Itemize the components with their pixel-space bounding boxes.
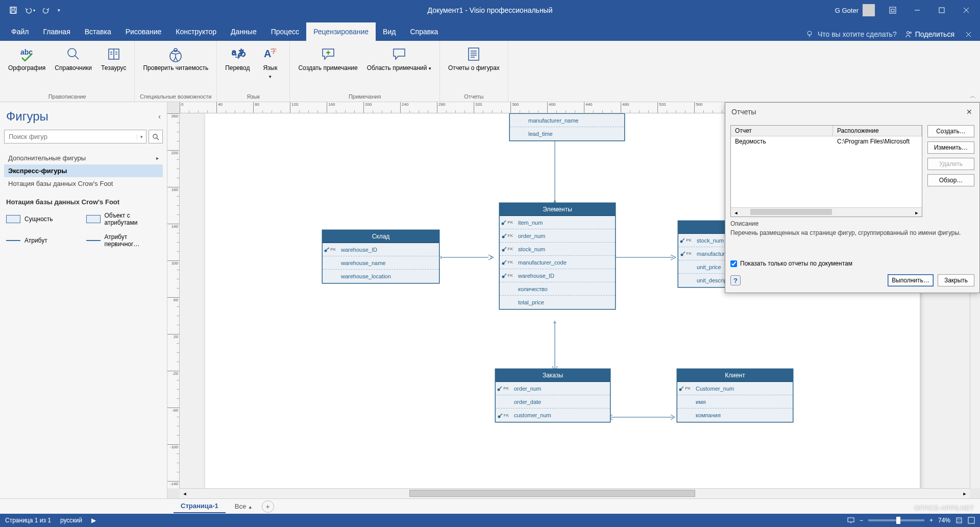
minimize-button[interactable]	[905, 0, 929, 20]
collapse-panel-icon[interactable]: ‹	[158, 112, 161, 121]
horizontal-scrollbar[interactable]: ◄►	[180, 488, 970, 498]
share-button[interactable]: Поделиться	[904, 30, 954, 38]
entity-orders[interactable]: Заказы PKorder_num order_date FKcustomer…	[495, 369, 610, 422]
svg-point-53	[502, 276, 504, 278]
macro-icon[interactable]: ▶	[91, 517, 96, 524]
entity-client[interactable]: Клиент PKCustomer_num имя компания	[677, 369, 793, 422]
svg-point-59	[498, 389, 500, 391]
lang-status[interactable]: русский	[60, 517, 82, 524]
group-label: Специальные возможности	[140, 92, 211, 101]
col-location[interactable]: Расположение	[833, 126, 922, 136]
docs-only-checkbox[interactable]: Показать только отчеты по документам	[730, 260, 974, 267]
dialog-title: Отчеты	[731, 108, 756, 116]
stencil-entity-attrs[interactable]: Объект с атрибутами	[84, 209, 163, 229]
svg-text:あ: あ	[238, 48, 246, 57]
shape-reports-button[interactable]: Отчеты о фигурах	[444, 43, 504, 92]
stencil-entity[interactable]: Сущность	[4, 209, 83, 229]
tab-file[interactable]: Файл	[4, 22, 36, 41]
shapes-search-input[interactable]	[5, 130, 137, 143]
references-button[interactable]: Справочники	[51, 43, 96, 92]
close-dialog-button[interactable]: Закрыть	[938, 274, 974, 286]
zoom-level[interactable]: 74%	[938, 517, 950, 524]
group-label: Примечания	[349, 92, 381, 101]
tab-draw[interactable]: Рисование	[118, 22, 169, 41]
page-tab-1[interactable]: Страница-1	[174, 499, 226, 513]
thesaurus-button[interactable]: Тезаурус	[97, 43, 130, 92]
svg-line-46	[504, 221, 506, 223]
svg-point-34	[153, 134, 157, 138]
new-comment-button[interactable]: Создать примечание	[294, 43, 361, 92]
entity-warehouse[interactable]: Склад PKwarehouse_ID warehouse_name ware…	[322, 230, 439, 283]
presentation-icon[interactable]	[847, 517, 854, 524]
comment-pane-button[interactable]: Область примечаний ▾	[363, 43, 435, 92]
svg-rect-68	[968, 517, 974, 523]
reports-list[interactable]: Отчет Расположение Ведомость C:\Program …	[730, 125, 922, 217]
edit-report-button[interactable]: Изменить…	[927, 141, 974, 154]
undo-button[interactable]: ▾	[22, 3, 37, 17]
tab-review[interactable]: Рецензирование	[306, 22, 376, 41]
svg-rect-3	[890, 7, 896, 13]
full-screen-icon[interactable]	[968, 517, 975, 524]
translate-button[interactable]: aあПеревод	[221, 43, 254, 92]
search-button[interactable]	[149, 130, 163, 143]
reports-dialog: Отчеты✕ Отчет Расположение Ведомость C:\…	[725, 102, 980, 293]
qat-customize[interactable]: ▾	[55, 3, 62, 17]
col-report[interactable]: Отчет	[731, 126, 833, 136]
tell-me-search[interactable]: Что вы хотите сделать?	[805, 30, 897, 38]
stencil-attr[interactable]: Атрибут	[4, 230, 83, 251]
entity-elements[interactable]: Элементы PKitem_num FKorder_num FKstock_…	[499, 203, 616, 309]
create-report-button[interactable]: Создать…	[927, 125, 974, 137]
ribbon-options-icon[interactable]	[881, 0, 904, 20]
run-button[interactable]: Выполнить…	[888, 274, 934, 286]
maximize-button[interactable]	[930, 0, 953, 20]
group-label: Отчеты	[464, 92, 483, 101]
save-button[interactable]	[6, 3, 20, 17]
page-tab-all[interactable]: Все ▲	[230, 500, 258, 513]
add-page-button[interactable]: +	[262, 500, 274, 513]
tab-view[interactable]: Вид	[376, 22, 403, 41]
tab-insert[interactable]: Вставка	[78, 22, 118, 41]
svg-line-56	[682, 238, 684, 241]
redo-button[interactable]	[39, 3, 53, 17]
entity-manufacturer[interactable]: manufacturer_name lead_time	[509, 113, 625, 141]
desc-label: Описание	[730, 220, 974, 227]
more-shapes-item[interactable]: Дополнительные фигуры▸	[4, 152, 163, 164]
quick-shapes-item[interactable]: Экспресс-фигуры	[4, 164, 163, 177]
tab-process[interactable]: Процесс	[264, 22, 306, 41]
group-label: Язык	[247, 92, 260, 101]
accessibility-button[interactable]: Проверить читаемость	[139, 43, 212, 92]
svg-line-54	[504, 274, 506, 276]
browse-report-button[interactable]: Обзор…	[927, 174, 974, 186]
stencil-pkattr[interactable]: Атрибут первичног…	[84, 230, 163, 251]
search-dropdown-icon[interactable]: ▾	[137, 134, 146, 139]
tab-home[interactable]: Главная	[36, 22, 77, 41]
zoom-slider[interactable]	[868, 519, 924, 521]
svg-line-64	[681, 387, 683, 389]
tab-help[interactable]: Справка	[403, 22, 445, 41]
tab-data[interactable]: Данные	[224, 22, 264, 41]
tab-design[interactable]: Конструктор	[168, 22, 224, 41]
report-row[interactable]: Ведомость C:\Program Files\Microsoft	[731, 136, 922, 147]
collapse-ribbon-icon[interactable]: ︿	[970, 92, 976, 101]
crowsfoot-category-item[interactable]: Нотация базы данных Crow's Foot	[4, 177, 163, 190]
close-share-icon[interactable]	[962, 28, 975, 41]
language-button[interactable]: A字Язык▾	[255, 43, 285, 92]
svg-text:a: a	[232, 48, 236, 57]
svg-point-49	[502, 249, 504, 252]
svg-line-48	[504, 234, 506, 236]
ribbon: abcОрфография Справочники Тезаурус Право…	[0, 41, 980, 102]
svg-line-50	[504, 247, 506, 249]
help-icon[interactable]: ?	[730, 275, 741, 285]
zoom-out-icon[interactable]: −	[860, 517, 863, 524]
page-status: Страница 1 из 1	[5, 517, 51, 524]
delete-report-button[interactable]: Удалить	[927, 158, 974, 170]
spelling-button[interactable]: abcОрфография	[4, 43, 50, 92]
fit-window-icon[interactable]	[955, 517, 963, 524]
avatar-icon	[863, 4, 875, 16]
close-button[interactable]	[954, 0, 978, 20]
zoom-in-icon[interactable]: +	[929, 517, 933, 524]
svg-point-11	[910, 32, 911, 34]
dialog-close-button[interactable]: ✕	[963, 106, 975, 118]
svg-point-55	[680, 241, 683, 243]
user-account[interactable]: G Goter	[830, 0, 880, 20]
